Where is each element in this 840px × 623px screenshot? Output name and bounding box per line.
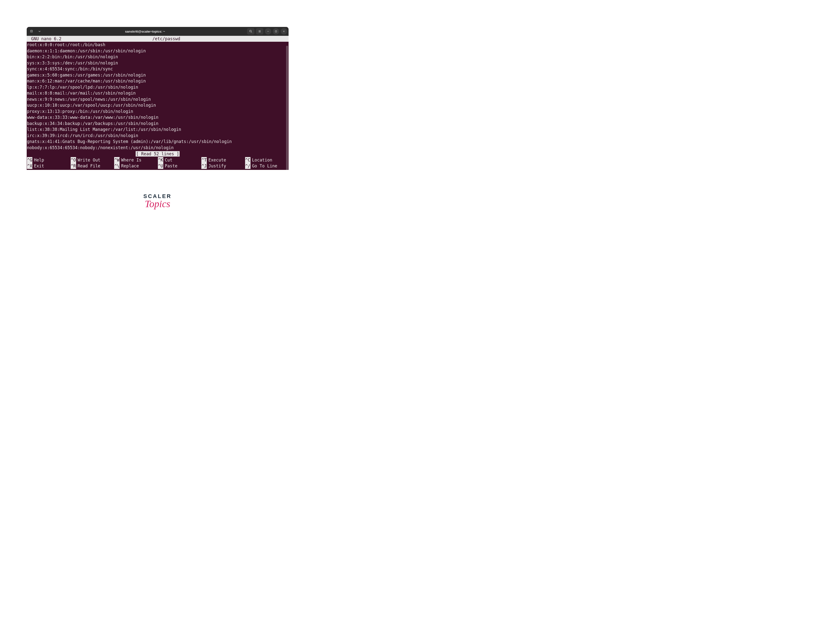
shortcut-label: Location	[252, 157, 272, 163]
shortcut-label: Write Out	[78, 157, 100, 163]
logo-line2: Topics	[143, 198, 171, 210]
file-line[interactable]: sys:x:3:3:sys:/dev:/usr/sbin/nologin	[27, 60, 289, 66]
shortcut-label: Paste	[165, 163, 177, 169]
window-titlebar: sanskriti@scaler-topics: ~	[27, 27, 289, 36]
shortcut-label: Justify	[208, 163, 226, 169]
shortcut-label: Replace	[121, 163, 139, 169]
svg-rect-9	[275, 31, 277, 32]
shortcut-label: Execute	[208, 157, 226, 163]
file-line[interactable]: bin:x:2:2:bin:/bin:/usr/sbin/nologin	[27, 54, 289, 60]
file-line[interactable]: list:x:38:38:Mailing List Manager:/var/l…	[27, 126, 289, 133]
nano-shortcut[interactable]: ^XExit	[27, 163, 71, 169]
nano-shortcut[interactable]: ^JJustify	[202, 163, 245, 169]
search-button[interactable]	[247, 28, 254, 35]
file-line[interactable]: nobody:x:65534:65534:nobody:/nonexistent…	[27, 145, 289, 151]
shortcut-label: Read File	[78, 163, 100, 169]
nano-shortcut[interactable]: ^RRead File	[71, 163, 114, 169]
shortcut-key: ^C	[245, 157, 251, 163]
nano-app-label: GNU nano 6.2	[27, 36, 152, 42]
nano-shortcut-bar: ^GHelp^OWrite Out^WWhere Is^KCut^TExecut…	[27, 157, 289, 170]
file-line[interactable]: mail:x:8:8:mail:/var/mail:/usr/sbin/nolo…	[27, 90, 289, 96]
file-line[interactable]: uucp:x:10:10:uucp:/var/spool/uucp:/usr/s…	[27, 102, 289, 108]
shortcut-key: ^R	[71, 163, 76, 169]
file-line[interactable]: gnats:x:41:41:Gnats Bug-Reporting System…	[27, 138, 289, 145]
shortcut-key: ^W	[114, 157, 120, 163]
file-line[interactable]: www-data:x:33:33:www-data:/var/www:/usr/…	[27, 114, 289, 121]
shortcut-key: ^O	[71, 157, 76, 163]
new-tab-button[interactable]	[28, 28, 35, 35]
shortcut-key: ^\	[114, 163, 120, 169]
shortcut-key: ^T	[202, 157, 207, 163]
nano-shortcut[interactable]: ^UPaste	[158, 163, 202, 169]
file-line[interactable]: backup:x:34:34:backup:/var/backups:/usr/…	[27, 121, 289, 127]
svg-point-3	[249, 30, 251, 32]
terminal-body[interactable]: GNU nano 6.2 /etc/passwd root:x:0:0:root…	[27, 36, 289, 170]
nano-header: GNU nano 6.2 /etc/passwd	[27, 36, 289, 42]
file-line[interactable]: man:x:6:12:man:/var/cache/man:/usr/sbin/…	[27, 78, 289, 84]
maximize-button[interactable]	[273, 28, 279, 35]
shortcut-key: ^G	[27, 157, 32, 163]
nano-status-text: [ Read 52 lines ]	[135, 151, 180, 157]
scaler-topics-logo: SCALER Topics	[143, 193, 171, 210]
svg-line-4	[251, 32, 252, 32]
file-line[interactable]: proxy:x:13:13:proxy:/bin:/usr/sbin/nolog…	[27, 108, 289, 115]
nano-shortcut[interactable]: ^KCut	[158, 157, 202, 163]
nano-shortcut[interactable]: ^GHelp	[27, 157, 71, 163]
file-line[interactable]: irc:x:39:39:ircd:/run/ircd:/usr/sbin/nol…	[27, 133, 289, 139]
shortcut-label: Where Is	[121, 157, 141, 163]
terminal-window: sanskriti@scaler-topics: ~ GNU nano 6.2 …	[27, 27, 289, 170]
close-button[interactable]	[281, 28, 287, 35]
file-line[interactable]: root:x:0:0:root:/root:/bin/bash	[27, 42, 289, 48]
shortcut-key: ^K	[158, 157, 163, 163]
nano-filename: /etc/passwd	[152, 36, 180, 42]
file-line[interactable]: news:x:9:9:news:/var/spool/news:/usr/sbi…	[27, 96, 289, 103]
nano-shortcut[interactable]: ^/Go To Line	[245, 163, 289, 169]
minimize-button[interactable]	[265, 28, 271, 35]
shortcut-label: Help	[34, 157, 44, 163]
shortcut-key: ^/	[245, 163, 251, 169]
shortcut-label: Go To Line	[252, 163, 277, 169]
shortcut-label: Exit	[34, 163, 44, 169]
scrollbar[interactable]	[286, 46, 288, 170]
shortcut-label: Cut	[165, 157, 172, 163]
file-line[interactable]: sync:x:4:65534:sync:/bin:/bin/sync	[27, 66, 289, 72]
nano-shortcut[interactable]: ^\Replace	[114, 163, 158, 169]
file-line[interactable]: lp:x:7:7:lp:/var/spool/lpd:/usr/sbin/nol…	[27, 84, 289, 91]
shortcut-key: ^U	[158, 163, 163, 169]
nano-shortcut[interactable]: ^CLocation	[245, 157, 289, 163]
shortcut-key: ^X	[27, 163, 32, 169]
hamburger-menu-button[interactable]	[256, 28, 263, 35]
nano-shortcut[interactable]: ^OWrite Out	[71, 157, 114, 163]
window-title: sanskriti@scaler-topics: ~	[43, 30, 247, 33]
nano-status-line: [ Read 52 lines ]	[27, 151, 289, 157]
file-line[interactable]: daemon:x:1:1:daemon:/usr/sbin:/usr/sbin/…	[27, 48, 289, 54]
nano-shortcut[interactable]: ^TExecute	[202, 157, 245, 163]
shortcut-key: ^J	[202, 163, 207, 169]
nano-shortcut[interactable]: ^WWhere Is	[114, 157, 158, 163]
dropdown-icon[interactable]	[36, 28, 43, 35]
file-line[interactable]: games:x:5:60:games:/usr/games:/usr/sbin/…	[27, 72, 289, 78]
file-content[interactable]: root:x:0:0:root:/root:/bin/bashdaemon:x:…	[27, 42, 289, 150]
